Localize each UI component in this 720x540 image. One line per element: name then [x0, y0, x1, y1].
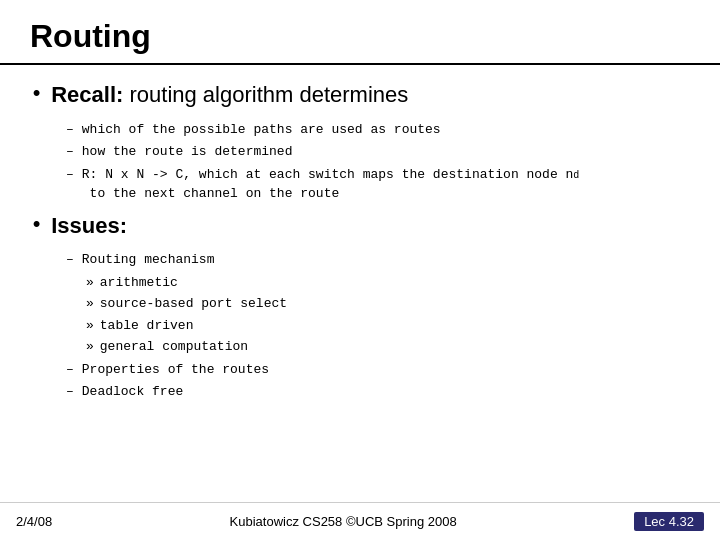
bullet-issues: • Issues:	[30, 212, 690, 241]
recall-sub-2-text: how the route is determined	[82, 142, 293, 162]
arrow-3: »	[86, 316, 94, 336]
rm-sub-3: » table driven	[86, 316, 690, 336]
arrow-2: »	[86, 294, 94, 314]
slide-content: • Recall: routing algorithm determines –…	[0, 65, 720, 502]
rm-sub-2: » source-based port select	[86, 294, 690, 314]
rm-sub-3-text: table driven	[100, 316, 194, 336]
properties-label: Properties of the routes	[82, 360, 269, 380]
recall-sub-2: – how the route is determined	[66, 142, 690, 162]
dash-rm: –	[66, 250, 74, 270]
recall-label: Recall:	[51, 82, 123, 107]
bullet-recall: • Recall: routing algorithm determines	[30, 81, 690, 110]
rm-sub-1: » arithmetic	[86, 273, 690, 293]
dash-2: –	[66, 142, 74, 162]
issues-sublist: – Routing mechanism » arithmetic » sourc…	[66, 250, 690, 402]
recall-sub-1-text: which of the possible paths are used as …	[82, 120, 441, 140]
footer-date: 2/4/08	[16, 514, 52, 529]
arrow-4: »	[86, 337, 94, 357]
recall-sub-3-text: R: N x N -> C, which at each switch maps…	[82, 165, 690, 204]
bullet-dot-2: •	[30, 212, 43, 241]
recall-sublist: – which of the possible paths are used a…	[66, 120, 690, 204]
recall-rest: routing algorithm determines	[129, 82, 408, 107]
dash-dl: –	[66, 382, 74, 402]
bullet-recall-text: Recall: routing algorithm determines	[51, 81, 408, 110]
rm-sub-1-text: arithmetic	[100, 273, 178, 293]
deadlock-label: Deadlock free	[82, 382, 183, 402]
bullet-dot-1: •	[30, 81, 43, 110]
nd-subscript: d	[573, 168, 579, 183]
rm-sub-2-text: source-based port select	[100, 294, 287, 314]
arrow-1: »	[86, 273, 94, 293]
bullet-issues-text: Issues:	[51, 212, 127, 241]
rm-sub-4: » general computation	[86, 337, 690, 357]
dash-1: –	[66, 120, 74, 140]
routing-mechanism-label: Routing mechanism	[82, 250, 215, 270]
slide-footer: 2/4/08 Kubiatowicz CS258 ©UCB Spring 200…	[0, 502, 720, 540]
dash-prop: –	[66, 360, 74, 380]
issues-routing-mechanism: – Routing mechanism	[66, 250, 690, 270]
recall-sub-3: – R: N x N -> C, which at each switch ma…	[66, 165, 690, 204]
r-line: R: N x N -> C, which at each switch maps…	[82, 165, 690, 204]
rm-sub-4-text: general computation	[100, 337, 248, 357]
routing-mechanism-sublist: » arithmetic » source-based port select …	[86, 273, 690, 357]
dash-3: –	[66, 165, 74, 185]
slide: Routing • Recall: routing algorithm dete…	[0, 0, 720, 540]
slide-title: Routing	[30, 18, 690, 55]
footer-center: Kubiatowicz CS258 ©UCB Spring 2008	[230, 514, 457, 529]
slide-header: Routing	[0, 0, 720, 65]
footer-right: Lec 4.32	[634, 512, 704, 531]
recall-sub-1: – which of the possible paths are used a…	[66, 120, 690, 140]
issues-label: Issues:	[51, 213, 127, 238]
issues-properties: – Properties of the routes	[66, 360, 690, 380]
issues-deadlock: – Deadlock free	[66, 382, 690, 402]
